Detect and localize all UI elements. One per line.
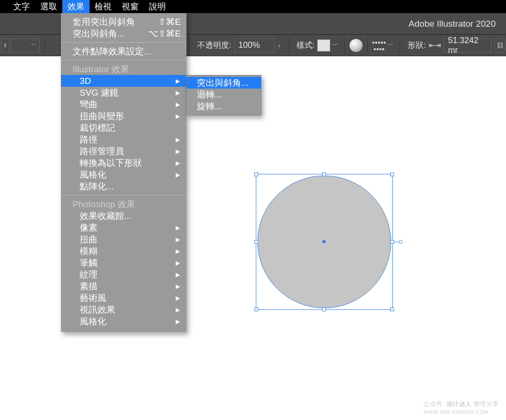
menu-brush-strokes[interactable]: 筆觸▶ (61, 257, 186, 269)
menu-separator (61, 60, 186, 60)
menu-item-help[interactable]: 說明 (144, 0, 171, 14)
submenu-extrude-bevel[interactable]: 突出與斜角... (186, 77, 261, 89)
3d-submenu: 突出與斜角... 迴轉... 旋轉... (186, 75, 261, 115)
watermark: 公众号: 设计达人 整理分享 WWW.SHEJIDAREN.COM (424, 400, 499, 415)
handle-bot-left[interactable] (254, 308, 258, 311)
rotate-handle[interactable] (399, 240, 402, 244)
selection-bounding-box[interactable] (256, 174, 393, 310)
handle-bot-right[interactable] (390, 308, 394, 311)
menu-crop-marks[interactable]: 裁切標記 (61, 122, 186, 134)
app-title: Adobe Illustrator 2020 (409, 19, 496, 29)
link-icon[interactable]: ⛓ (494, 38, 506, 52)
shape-width-input[interactable]: 51.3242 mr (444, 38, 491, 52)
handle-top-left[interactable] (254, 172, 258, 176)
shape-label: 形狀: (408, 40, 426, 51)
divider (344, 37, 345, 54)
menu-extrude-bevel[interactable]: 突出與斜角...⌥⇧⌘E (61, 28, 186, 39)
handle-mid-right[interactable] (390, 240, 394, 244)
menu-item-window[interactable]: 視窗 (117, 0, 144, 14)
submenu-arrow-icon: ▶ (176, 295, 180, 301)
submenu-arrow-icon: ▶ (176, 172, 180, 178)
stroke-weight-dropdown[interactable]: ﹀ (11, 38, 40, 52)
submenu-arrow-icon: ▶ (176, 260, 180, 266)
submenu-revolve[interactable]: 迴轉... (186, 89, 261, 100)
menu-pathfinder[interactable]: 路徑管理員▶ (61, 145, 186, 157)
menu-item-text[interactable]: 文字 (8, 0, 35, 14)
handle-bot-mid[interactable] (322, 308, 326, 311)
menu-artistic[interactable]: 藝術風▶ (61, 292, 186, 304)
menu-distort-transform[interactable]: 扭曲與變形▶ (61, 110, 186, 122)
menu-video[interactable]: 視訊效果▶ (61, 304, 186, 315)
divider (367, 37, 368, 54)
menu-separator (61, 195, 186, 195)
menubar: 文字 選取 效果 檢視 視窗 說明 (0, 0, 506, 13)
submenu-arrow-icon: ▶ (176, 283, 180, 290)
menu-apply-extrude[interactable]: 套用突出與斜角⇧⌘E (61, 16, 186, 28)
chevron-down-icon[interactable]: ﹀ (330, 41, 340, 50)
submenu-arrow-icon: ▶ (176, 248, 180, 255)
menu-header-illustrator: Illustrator 效果 (61, 63, 186, 75)
menu-distort[interactable]: 扭曲▶ (61, 233, 186, 245)
submenu-arrow-icon: ▶ (176, 90, 180, 96)
menu-warp[interactable]: 彎曲▶ (61, 98, 186, 110)
divider (189, 37, 190, 54)
menu-pixelate[interactable]: 像素▶ (61, 222, 186, 233)
align-icon[interactable] (372, 39, 386, 52)
chevron-down-icon[interactable]: ﹀ (386, 41, 395, 50)
submenu-arrow-icon: ▶ (176, 236, 180, 243)
submenu-arrow-icon: ▶ (176, 136, 180, 143)
submenu-arrow-icon: ▶ (176, 271, 180, 278)
chevron-right-icon[interactable]: › (275, 42, 284, 49)
handle-top-right[interactable] (390, 172, 394, 176)
menu-item-effect[interactable]: 效果 (62, 0, 89, 14)
menu-path[interactable]: 路徑▶ (61, 134, 186, 145)
submenu-arrow-icon: ▶ (176, 78, 180, 84)
opacity-input[interactable]: 100% (234, 38, 275, 52)
menu-rasterize[interactable]: 點陣化... (61, 180, 186, 192)
handle-mid-left[interactable] (254, 240, 258, 244)
effect-menu-dropdown: 套用突出與斜角⇧⌘E 突出與斜角...⌥⇧⌘E 文件點陣效果設定... Illu… (61, 13, 186, 332)
opacity-label: 不透明度: (197, 40, 231, 51)
width-icon: ⇤⇥ (429, 41, 441, 50)
stepper[interactable]: ▲▼ (1, 38, 9, 52)
submenu-arrow-icon: ▶ (176, 225, 180, 231)
menu-svg-filters[interactable]: SVG 濾鏡▶ (61, 87, 186, 98)
menu-separator (61, 42, 186, 43)
submenu-arrow-icon: ▶ (176, 160, 180, 166)
style-swatch[interactable] (317, 39, 330, 52)
submenu-arrow-icon: ▶ (176, 318, 180, 325)
menu-texture[interactable]: 紋理▶ (61, 269, 186, 280)
menu-sketch[interactable]: 素描▶ (61, 280, 186, 292)
center-point (322, 240, 326, 243)
submenu-arrow-icon: ▶ (176, 113, 180, 120)
menu-stylize-ps[interactable]: 風格化▶ (61, 315, 186, 327)
submenu-arrow-icon: ▶ (176, 101, 180, 108)
menu-effect-gallery[interactable]: 效果收藏館... (61, 210, 186, 222)
divider (45, 37, 45, 54)
menu-header-photoshop: Photoshop 效果 (61, 198, 186, 210)
menu-item-view[interactable]: 檢視 (89, 0, 117, 14)
submenu-rotate[interactable]: 旋轉... (186, 100, 261, 112)
menu-raster-settings[interactable]: 文件點陣效果設定... (61, 45, 186, 57)
menu-item-select[interactable]: 選取 (35, 0, 62, 14)
menu-blur[interactable]: 模糊▶ (61, 245, 186, 257)
submenu-arrow-icon: ▶ (176, 148, 180, 155)
divider (400, 37, 400, 54)
menu-convert-shape[interactable]: 轉換為以下形狀▶ (61, 157, 186, 169)
divider (289, 37, 289, 54)
menu-stylize-ai[interactable]: 風格化▶ (61, 169, 186, 180)
submenu-arrow-icon: ▶ (176, 307, 180, 313)
handle-top-mid[interactable] (322, 172, 326, 176)
style-label: 樣式: (297, 40, 315, 51)
menu-3d[interactable]: 3D▶ (61, 75, 186, 87)
appearance-icon[interactable] (350, 39, 363, 52)
